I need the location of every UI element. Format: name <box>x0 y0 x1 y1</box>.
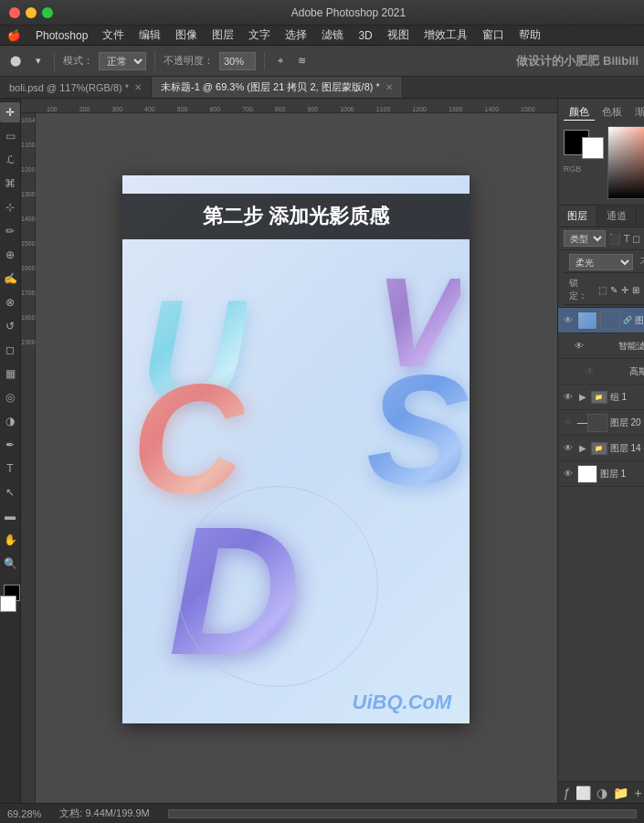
marquee-tool[interactable]: ▭ <box>0 126 20 146</box>
toolbar-divider-1 <box>54 52 55 70</box>
wand-tool[interactable]: ⌘ <box>0 174 20 194</box>
layer-item[interactable]: 👁 智能滤镜 <box>558 333 644 359</box>
tab-close-boli[interactable]: ✕ <box>134 82 142 92</box>
layer-visibility-eye[interactable]: 👁 <box>562 391 575 404</box>
lock-paint-icon[interactable]: ✎ <box>610 285 618 295</box>
layer-group-button[interactable]: 📁 <box>613 786 628 800</box>
smooth-button[interactable]: ≋ <box>293 52 311 69</box>
menu-window[interactable]: 窗口 <box>482 27 504 43</box>
menu-layer[interactable]: 图层 <box>212 27 234 43</box>
move-tool[interactable]: ✛ <box>0 102 20 122</box>
lock-transparent-icon[interactable]: ⬚ <box>598 285 607 295</box>
layer-visibility-eye[interactable]: 👁 <box>584 365 596 378</box>
layer-visibility-eye[interactable]: 👁 <box>562 314 575 327</box>
minimize-button[interactable] <box>26 7 37 18</box>
scroll-indicator[interactable] <box>168 809 637 818</box>
canvas-area[interactable]: 第二步 添加光影质感 U C V S D <box>36 113 557 803</box>
color-tab-gradient[interactable]: 渐变 <box>629 104 644 121</box>
crop-tool[interactable]: ⊹ <box>0 197 20 217</box>
layer-expand-icon[interactable]: ▶ <box>577 443 588 454</box>
layer-item[interactable]: 👁 🔗 图层 21 拷贝 2 ◈ <box>558 308 644 333</box>
ruler-tick: 700 <box>242 106 253 112</box>
layer-visibility-eye[interactable]: 👁 <box>562 468 575 480</box>
layer-name: 图层 14 - 智能对象组 <box>610 442 644 455</box>
layer-expand-icon[interactable]: ▶ <box>577 392 588 403</box>
ruler-v-tick: 1200 <box>21 166 35 173</box>
menu-image[interactable]: 图像 <box>175 27 197 43</box>
tab-close-untitled[interactable]: ✕ <box>385 82 393 92</box>
type-tool[interactable]: T <box>0 459 20 479</box>
layer-visibility-eye[interactable]: 👁 <box>562 442 575 455</box>
menu-help[interactable]: 帮助 <box>519 27 541 43</box>
blend-mode-select[interactable]: 正常 <box>99 52 146 70</box>
adjustment-layer-button[interactable]: ◑ <box>596 786 607 800</box>
layer-item[interactable]: 👁 高斯模糊 无 <box>558 359 644 385</box>
menu-edit[interactable]: 编辑 <box>139 27 161 43</box>
circle-overlay <box>177 486 378 687</box>
color-tab-swatches[interactable]: 色板 <box>596 104 628 121</box>
menu-apple[interactable]: 🍎 <box>7 29 21 42</box>
color-spectrum[interactable] <box>607 126 644 199</box>
menu-text[interactable]: 文字 <box>248 27 270 43</box>
eraser-tool[interactable]: ◻ <box>0 340 20 360</box>
menu-plugins[interactable]: 增效工具 <box>424 27 468 43</box>
layer-mask-button[interactable]: ⬜ <box>575 786 591 800</box>
tab-boli[interactable]: boli.psd @ 117%(RGB/8) * ✕ <box>0 77 152 98</box>
layer-item-group[interactable]: 👁 ▶ 📁 图层 14 - 智能对象组 <box>558 436 644 461</box>
filter-icon-shape[interactable]: ◻ <box>632 233 640 245</box>
color-tab-color[interactable]: 颜色 <box>564 104 595 121</box>
lasso-tool[interactable]: ℒ <box>0 150 20 170</box>
pen-tool[interactable]: ✒ <box>0 435 20 455</box>
menu-view[interactable]: 视图 <box>387 27 409 43</box>
layer-visibility-eye[interactable]: 👁 <box>573 340 586 353</box>
menu-photoshop[interactable]: Photoshop <box>36 29 88 42</box>
fg-bg-colors <box>564 130 604 159</box>
layer-item[interactable]: 👁 图层 1 <box>558 461 644 487</box>
traffic-lights[interactable] <box>9 7 53 18</box>
brush-preset-button[interactable]: ▾ <box>31 52 46 69</box>
close-button[interactable] <box>9 7 20 18</box>
airbrush-button[interactable]: ⌖ <box>273 52 288 69</box>
tab-untitled[interactable]: 未标题-1 @ 69.3% (图层 21 拷贝 2, 图层蒙版/8) * ✕ <box>152 77 403 98</box>
tab-layers[interactable]: 图层 <box>558 206 597 227</box>
tab-channels[interactable]: 通道 <box>597 206 637 227</box>
ruler-tick: 500 <box>177 106 188 112</box>
menu-select[interactable]: 选择 <box>285 27 307 43</box>
history-tool[interactable]: ↺ <box>0 316 20 336</box>
healing-tool[interactable]: ⊕ <box>0 245 20 265</box>
path-select-tool[interactable]: ↖ <box>0 482 20 502</box>
brush-tool-button[interactable]: ⬤ <box>5 52 26 69</box>
maximize-button[interactable] <box>42 7 53 18</box>
hand-tool[interactable]: ✋ <box>0 530 20 550</box>
zoom-tool[interactable]: 🔍 <box>0 554 20 574</box>
layer-fx-button[interactable]: ƒ <box>564 786 571 800</box>
filter-icon-type[interactable]: T <box>624 233 630 244</box>
background-color-swatch[interactable] <box>0 596 16 612</box>
blur-tool[interactable]: ◎ <box>0 387 20 407</box>
shape-tool[interactable]: ▬ <box>0 506 20 526</box>
background-color[interactable] <box>582 137 604 159</box>
gradient-tool[interactable]: ▦ <box>0 364 20 384</box>
ruler-tick: 1300 <box>449 106 463 112</box>
layer-blend-mode[interactable]: 柔光 <box>569 254 633 270</box>
brush-tool[interactable]: ✍ <box>0 269 20 289</box>
menu-filter[interactable]: 滤镜 <box>322 27 343 43</box>
clone-tool[interactable]: ⊗ <box>0 292 20 312</box>
layer-item[interactable]: 👁 — 图层 20 <box>558 410 644 436</box>
filter-type-select[interactable]: 类型 <box>564 230 606 247</box>
layers-list[interactable]: 👁 🔗 图层 21 拷贝 2 ◈ 👁 智能滤镜 👁 <box>558 308 644 781</box>
lock-position-icon[interactable]: ✛ <box>621 285 628 295</box>
new-layer-button[interactable]: + <box>634 786 641 800</box>
menu-3d[interactable]: 3D <box>358 29 372 42</box>
dodge-tool[interactable]: ◑ <box>0 411 20 431</box>
tab-paths[interactable]: 路径 <box>637 206 644 227</box>
layer-item-group[interactable]: 👁 ▶ 📁 组 1 <box>558 385 644 410</box>
lock-artboard-icon[interactable]: ⊞ <box>632 285 639 295</box>
canvas-document[interactable]: 第二步 添加光影质感 U C V S D <box>122 175 470 723</box>
layer-visibility-eye[interactable]: 👁 <box>562 417 575 429</box>
opacity-input[interactable] <box>219 52 256 70</box>
layer-thumbnail <box>577 311 597 330</box>
eyedropper-tool[interactable]: ✏ <box>0 221 20 241</box>
menu-file[interactable]: 文件 <box>102 27 124 43</box>
filter-icon-pixel[interactable]: ⬛ <box>608 233 621 245</box>
